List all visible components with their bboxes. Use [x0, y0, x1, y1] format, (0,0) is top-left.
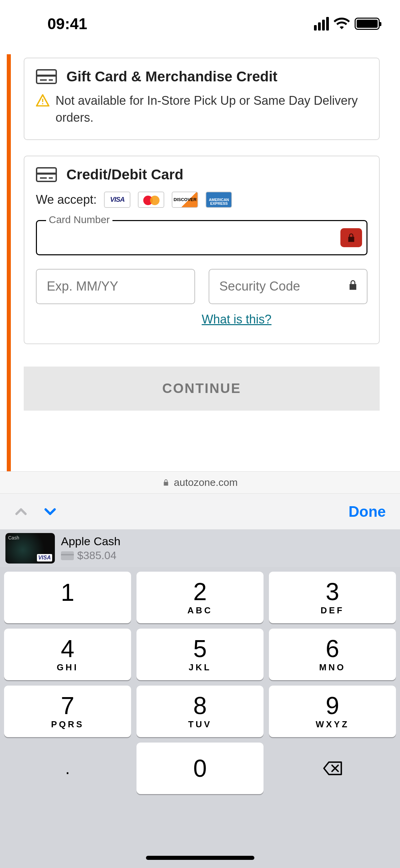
key-digit: 8 [193, 693, 207, 718]
credit-card-panel: Credit/Debit Card We accept: VISA DISCOV… [24, 156, 380, 344]
key-dot[interactable]: . [4, 743, 131, 794]
key-digit: 1 [61, 580, 74, 605]
key-6[interactable]: 6MNO [269, 629, 396, 680]
password-manager-icon[interactable] [340, 228, 362, 247]
address-domain: autozone.com [174, 477, 237, 488]
expiration-field[interactable] [36, 269, 195, 304]
key-8[interactable]: 8TUV [136, 686, 264, 737]
prev-field-button [14, 505, 28, 518]
gift-card-panel: Gift Card & Merchandise Credit Not avail… [24, 58, 380, 140]
key-5[interactable]: 5JKL [136, 629, 264, 680]
key-digit: 5 [193, 636, 207, 661]
gift-card-warning-text: Not available for In-Store Pick Up or Sa… [56, 92, 367, 126]
keyboard-done-button[interactable]: Done [349, 503, 386, 520]
battery-icon [355, 18, 380, 30]
key-backspace[interactable] [269, 743, 396, 794]
continue-button[interactable]: CONTINUE [24, 367, 380, 411]
security-code-input[interactable] [219, 279, 357, 294]
wifi-icon [334, 17, 350, 31]
key-digit: 9 [325, 693, 339, 718]
keyboard-accessory-bar: Done [0, 494, 400, 530]
numeric-keypad: 12ABC3DEF4GHI5JKL6MNO7PQRS8TUV9WXYZ . 0 [0, 567, 400, 868]
key-9[interactable]: 9WXYZ [269, 686, 396, 737]
security-code-field[interactable] [209, 269, 368, 304]
key-letters: ABC [187, 605, 212, 616]
key-letters: JKL [189, 662, 211, 673]
backspace-icon [322, 761, 343, 776]
warning-icon [36, 94, 49, 106]
gift-card-title: Gift Card & Merchandise Credit [66, 68, 277, 85]
what-is-this-link[interactable]: What is this? [202, 312, 272, 327]
key-digit: 7 [61, 693, 74, 718]
status-time: 09:41 [47, 15, 87, 33]
home-indicator[interactable] [146, 856, 254, 860]
mastercard-logo [138, 192, 164, 208]
card-number-label: Card Number [46, 214, 112, 225]
discover-logo: DISCOVER [172, 192, 198, 208]
key-letters: TUV [188, 719, 212, 730]
key-letters: DEF [321, 605, 344, 616]
browser-address-bar[interactable]: autozone.com [0, 471, 400, 494]
key-digit: 6 [325, 636, 339, 661]
lock-icon [162, 479, 170, 486]
svg-rect-0 [42, 99, 43, 102]
visa-logo: VISA [104, 192, 130, 208]
key-digit: 2 [193, 579, 207, 604]
card-number-field: Card Number [36, 220, 367, 255]
key-letters: WXYZ [316, 719, 349, 730]
next-field-button[interactable] [43, 505, 57, 518]
wallet-suggestion[interactable]: Apple Cash $385.04 [0, 530, 400, 567]
key-0[interactable]: 0 [136, 743, 264, 794]
key-digit: 4 [61, 636, 74, 661]
key-letters: PQRS [51, 719, 84, 730]
key-2[interactable]: 2ABC [136, 572, 264, 623]
wallet-card-thumbnail [5, 533, 55, 564]
key-1[interactable]: 1 [4, 572, 131, 623]
key-3[interactable]: 3DEF [269, 572, 396, 623]
status-indicators [314, 17, 380, 31]
key-digit: 3 [325, 579, 339, 604]
amex-logo: AMERICAN EXPRESS [206, 192, 232, 208]
card-chip-icon [61, 551, 74, 560]
status-bar: 09:41 [0, 0, 400, 47]
key-letters: MNO [319, 662, 346, 673]
wallet-card-name: Apple Cash [61, 535, 121, 548]
svg-rect-1 [42, 103, 43, 104]
expiration-input[interactable] [47, 279, 184, 294]
key-letters: GHI [57, 662, 78, 673]
key-7[interactable]: 7PQRS [4, 686, 131, 737]
cellular-icon [314, 17, 329, 31]
wallet-balance: $385.04 [77, 549, 117, 562]
credit-card-title: Credit/Debit Card [66, 166, 183, 183]
key-4[interactable]: 4GHI [4, 629, 131, 680]
lock-icon [347, 279, 359, 294]
we-accept-label: We accept: [36, 193, 97, 207]
card-icon [36, 167, 57, 182]
card-icon [36, 69, 57, 84]
accent-stripe [7, 54, 11, 478]
